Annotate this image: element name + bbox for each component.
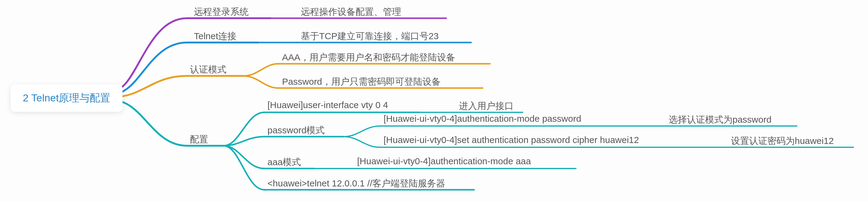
leaf-password-authmode-cmd[interactable]: [Huawei-ui-vty0-4]authentication-mode pa…: [383, 113, 581, 124]
branch-password-mode[interactable]: password模式: [268, 124, 324, 137]
node-label: [Huawei-ui-vty0-4]authentication-mode pa…: [383, 113, 581, 124]
branch-remote-login[interactable]: 远程登录系统: [194, 6, 249, 18]
leaf-telnet-conn-desc[interactable]: 基于TCP建立可靠连接，端口号23: [301, 30, 439, 42]
node-label: 基于TCP建立可靠连接，端口号23: [301, 31, 439, 41]
node-label: Telnet连接: [194, 31, 237, 41]
node-label: 选择认证模式为password: [669, 114, 771, 125]
leaf-telnet-client[interactable]: <huawei>telnet 12.0.0.1 //客户端登陆服务器: [268, 177, 445, 190]
leaf-remote-login-desc[interactable]: 远程操作设备配置、管理: [301, 6, 401, 18]
leaf-auth-password[interactable]: Password，用户只需密码即可登陆设备: [282, 76, 441, 88]
branch-telnet-conn[interactable]: Telnet连接: [194, 30, 237, 42]
leaf-user-interface-cmd[interactable]: [Huawei]user-interface vty 0 4: [268, 100, 388, 110]
node-label: [Huawei-ui-vty0-4]authentication-mode aa…: [357, 156, 531, 166]
leaf-user-interface-desc[interactable]: 进入用户接口: [459, 100, 514, 112]
node-label: password模式: [268, 125, 324, 135]
leaf-aaa-mode-cmd[interactable]: [Huawei-ui-vty0-4]authentication-mode aa…: [357, 156, 531, 166]
node-label: [Huawei]user-interface vty 0 4: [268, 100, 388, 110]
node-label: 认证模式: [190, 64, 226, 74]
branch-config[interactable]: 配置: [190, 133, 208, 146]
node-label: 进入用户接口: [459, 101, 514, 111]
node-label: aaa模式: [268, 157, 301, 167]
node-label: <huawei>telnet 12.0.0.1 //客户端登陆服务器: [268, 178, 445, 188]
node-label: 设置认证密码为huawei12: [731, 136, 834, 146]
leaf-password-authmode-desc[interactable]: 选择认证模式为password: [669, 113, 771, 126]
branch-aaa-mode[interactable]: aaa模式: [268, 156, 301, 169]
leaf-set-password-desc[interactable]: 设置认证密码为huawei12: [731, 135, 834, 147]
branch-auth-mode[interactable]: 认证模式: [190, 63, 226, 76]
node-label: 远程登录系统: [194, 7, 249, 17]
root-title: 2 Telnet原理与配置: [23, 92, 110, 104]
node-label: AAA，用户需要用户名和密码才能登陆设备: [282, 52, 455, 62]
leaf-auth-aaa[interactable]: AAA，用户需要用户名和密码才能登陆设备: [282, 51, 455, 64]
node-label: [Huawei-ui-vty0-4]set authentication pas…: [383, 135, 639, 145]
node-label: 配置: [190, 134, 208, 144]
node-label: Password，用户只需密码即可登陆设备: [282, 76, 441, 87]
node-label: 远程操作设备配置、管理: [301, 7, 401, 17]
mindmap-root[interactable]: 2 Telnet原理与配置: [11, 85, 122, 112]
leaf-set-password-cmd[interactable]: [Huawei-ui-vty0-4]set authentication pas…: [383, 135, 639, 145]
